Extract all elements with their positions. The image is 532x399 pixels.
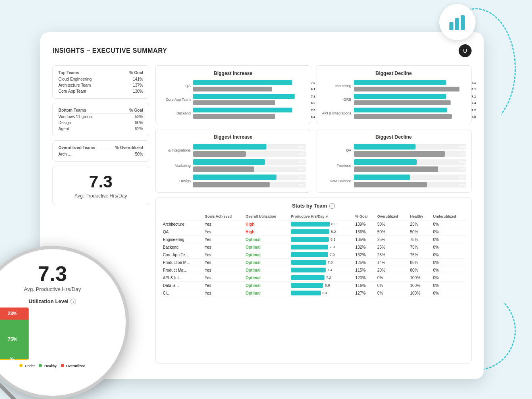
table-row: Cloud Engineering 141% [57, 76, 145, 83]
table-row: Windows 11 group 53% [57, 114, 145, 120]
legend-label-healthy: Healthy [44, 364, 57, 368]
bar-row: QA 55% 81% [321, 144, 467, 157]
legend-label-overutil: Overutilized [66, 364, 85, 368]
healthy-dot [39, 364, 42, 367]
col-overutil: Overutilized [375, 213, 407, 220]
biggest-decline-1-card: Biggest Decline Marketing 7.1 [316, 65, 472, 124]
bar-label: QA [160, 84, 191, 88]
under-dot [19, 364, 23, 367]
table-row: Design 90% [57, 120, 145, 126]
table-row: Engineering Yes Optimal 8.1 135% 25% 75%… [160, 236, 466, 243]
stacked-bar: 23% 75% 0% [0, 308, 29, 360]
team-name: API & Int… [160, 274, 202, 282]
table-row: Architecture Team 137% [57, 82, 145, 88]
overutil-pct: 25% [375, 243, 407, 251]
utilization-status: High [243, 220, 289, 228]
team-goal: 141% [117, 76, 145, 83]
bar-value: 7.5 [472, 115, 476, 118]
pct-value: 68% [298, 183, 305, 187]
magnifier-content: 7.3 Avg. Productive Hrs/Day Utilization … [0, 249, 126, 396]
col-team [160, 213, 202, 220]
bottom-teams-table: Bottom Teams % Goal Windows 11 group 53%… [52, 103, 149, 136]
stats-title-text: Stats by Team [292, 203, 327, 209]
pct-value: 81% [459, 152, 466, 156]
overutil-pct: 50% [375, 228, 407, 236]
goal-pct: 125% [353, 259, 375, 266]
goals-achieved: Yes [202, 289, 243, 297]
utilization-status: Optimal [243, 243, 289, 251]
healthy-pct: 100% [407, 289, 430, 297]
top-charts-row: Biggest Increase QA 7.6 [155, 65, 472, 124]
bar-value: 7.1 [472, 81, 476, 85]
bar-value: 7.6 [311, 81, 315, 85]
middle-charts-row: Biggest Increase & Integrations 65% 47% [155, 129, 472, 193]
pct-value: 74% [298, 176, 305, 179]
svg-rect-2 [461, 15, 465, 30]
col-goals: Goals Achieved [202, 213, 243, 220]
overutil-pct: 25% [375, 251, 407, 259]
healthy-pct: 86% [407, 259, 430, 266]
healthy-pct: 25% [407, 220, 430, 228]
bottom-teams-label: Bottom Teams [57, 107, 117, 114]
biggest-decline-1-chart: Marketing 7.1 8.1 [321, 80, 467, 119]
bar-container: 65% 47% [193, 144, 306, 157]
productive-bar [291, 275, 324, 280]
productive-hrs: 7.2 [289, 274, 353, 282]
utilization-status: Optimal [243, 274, 289, 282]
healthy-pct: 75% [407, 236, 430, 243]
pct-value: 64% [298, 160, 305, 164]
bar-row: API & Integrations 7.2 7.5 [321, 108, 467, 119]
bar-value: 6.3 [311, 115, 315, 118]
bar-value: 8.1 [472, 87, 476, 91]
goal-pct: 120% [353, 274, 375, 282]
bar-row: Frontend 56% 75% [321, 159, 467, 172]
avg-value: 7.3 [59, 172, 143, 191]
biggest-decline-2-title: Biggest Decline [321, 134, 467, 140]
bar-label: Frontend [321, 164, 351, 168]
biggest-decline-2-chart: QA 55% 81% [321, 144, 467, 187]
magnifier-info-icon[interactable]: i [71, 299, 76, 304]
pct-value: 65% [459, 183, 466, 187]
bar-label: QA [321, 148, 351, 152]
avg-label: Avg. Productive Hrs/Day [59, 193, 143, 199]
underutil-pct: 0% [431, 251, 467, 259]
bar-row: Design 74% 68% [160, 175, 306, 187]
pct-value: 75% [459, 168, 466, 171]
bar-chart-icon [449, 14, 467, 30]
goal-pct: 135% [353, 236, 375, 243]
productive-bar [291, 291, 321, 295]
svg-rect-0 [449, 22, 453, 30]
overutil-pct: 0% [375, 274, 407, 282]
productive-hrs: 7.9 [289, 251, 353, 259]
user-avatar[interactable]: U [459, 44, 472, 57]
team-goal: 53% [117, 114, 145, 120]
underutil-pct: 0% [431, 289, 467, 297]
productive-bar [291, 245, 328, 249]
overutil-pct: 0% [375, 289, 407, 297]
magnifier-util-title: Utilization Level i [29, 298, 76, 304]
overutil-pct: 14% [375, 259, 407, 266]
utilization-status: Optimal [243, 282, 289, 289]
productive-hrs: 7.5 [289, 259, 353, 266]
bar-value: 6.3 [311, 101, 315, 105]
legend-label-under: Under [25, 364, 35, 368]
underutil-pct: 0% [431, 243, 467, 251]
bar-container: 56% 75% [354, 159, 467, 172]
info-icon[interactable]: i [329, 203, 335, 209]
goal-pct: 139% [353, 220, 375, 228]
bar-label: Marketing [321, 84, 351, 88]
goals-achieved: Yes [202, 220, 243, 228]
utilization-status: Optimal [243, 236, 289, 243]
goal-pct: 136% [353, 228, 375, 236]
healthy-pct-label: 75% [8, 337, 17, 342]
bar-row: Data Science 50% 65% [321, 175, 467, 187]
legend-item-overutil: Overutilized [61, 364, 85, 368]
underutil-pct: 0% [431, 259, 467, 266]
bar-label: & Integrations [160, 148, 191, 152]
bar-label: Core App Team [160, 98, 191, 102]
goals-achieved: Yes [202, 266, 243, 274]
bar-container: 7.1 8.1 [354, 80, 467, 91]
table-row: QA Yes High 8.2 136% 50% 50% 0% [160, 228, 466, 236]
team-goal: 130% [117, 88, 145, 94]
bar-container: 7.6 6.1 [193, 80, 306, 91]
